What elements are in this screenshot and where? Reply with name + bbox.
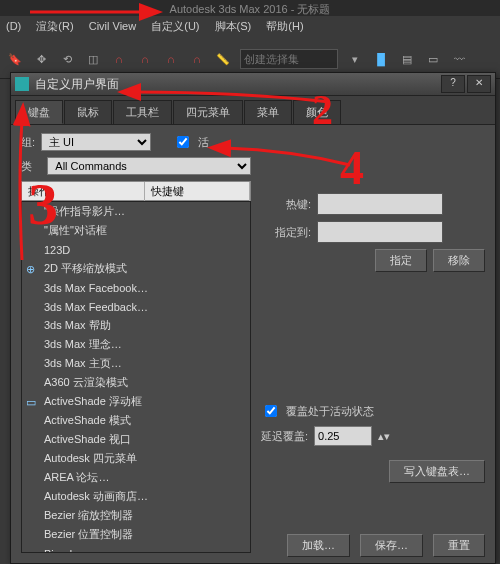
col-shortcut[interactable]: 快捷键: [145, 182, 250, 201]
list-item[interactable]: Autodesk 四元菜单: [22, 449, 250, 468]
menu-customize[interactable]: 自定义(U): [151, 20, 199, 32]
item-label: ActiveShade 浮动框: [44, 394, 142, 409]
selection-set-input[interactable]: [240, 49, 338, 69]
app-icon: [15, 77, 29, 91]
delay-label: 延迟覆盖:: [261, 429, 308, 444]
menu-help[interactable]: 帮助(H): [266, 20, 303, 32]
close-button[interactable]: ✕: [467, 75, 491, 93]
list-item[interactable]: 3ds Max 理念…: [22, 335, 250, 354]
action-list[interactable]: "操作指导影片…"属性"对话框123D⊕2D 平移缩放模式3ds Max Fac…: [21, 201, 251, 553]
menu-d[interactable]: (D): [6, 20, 21, 32]
delay-spinner[interactable]: [314, 426, 372, 446]
item-icon: [26, 548, 40, 554]
override-label: 覆盖处于活动状态: [286, 404, 374, 419]
active-label: 活: [198, 135, 209, 150]
spinner-icon[interactable]: ▴▾: [378, 430, 390, 443]
item-icon: [26, 244, 40, 256]
item-label: Bezier 缩放控制器: [44, 508, 133, 523]
menu-civil[interactable]: Civil View: [89, 20, 136, 32]
list-item[interactable]: "操作指导影片…: [22, 202, 250, 221]
category-select[interactable]: All Commands: [47, 157, 251, 175]
item-icon: [26, 320, 40, 332]
item-label: Autodesk 四元菜单: [44, 451, 137, 466]
bookmark-icon[interactable]: 🔖: [6, 50, 24, 68]
layers-icon[interactable]: ▭: [424, 50, 442, 68]
item-icon: [26, 225, 40, 237]
item-label: Autodesk 动画商店…: [44, 489, 148, 504]
move-icon[interactable]: ✥: [32, 50, 50, 68]
load-button[interactable]: 加载…: [287, 534, 350, 557]
list-item[interactable]: 3ds Max 帮助: [22, 316, 250, 335]
list-item[interactable]: 3ds Max Facebook…: [22, 278, 250, 297]
list-item[interactable]: Biped: [22, 544, 250, 553]
active-checkbox[interactable]: [177, 136, 189, 148]
ruler-icon[interactable]: 📏: [214, 50, 232, 68]
align-icon[interactable]: ▤: [398, 50, 416, 68]
help-button[interactable]: ?: [441, 75, 465, 93]
item-label: A360 云渲染模式: [44, 375, 128, 390]
list-item[interactable]: ▭ActiveShade 浮动框: [22, 392, 250, 411]
write-table-button[interactable]: 写入键盘表…: [389, 460, 485, 483]
tab-menu[interactable]: 菜单: [244, 100, 292, 124]
item-icon: [26, 206, 40, 218]
list-item[interactable]: Autodesk 动画商店…: [22, 487, 250, 506]
list-item[interactable]: 3ds Max Feedback…: [22, 297, 250, 316]
item-icon: [26, 282, 40, 294]
item-icon: [26, 510, 40, 522]
col-action[interactable]: 操作: [22, 182, 145, 201]
item-icon: [26, 377, 40, 389]
item-icon: [26, 472, 40, 484]
group-select[interactable]: 主 UI: [41, 133, 151, 151]
tab-keyboard[interactable]: 键盘: [15, 100, 63, 124]
item-icon: [26, 358, 40, 370]
dialog-title: 自定义用户界面: [35, 76, 439, 93]
customize-ui-dialog: 自定义用户界面 ? ✕ 键盘 鼠标 工具栏 四元菜单 菜单 颜色 组: 主 UI…: [10, 72, 496, 564]
assign-to-input[interactable]: [317, 221, 443, 243]
list-item[interactable]: AREA 论坛…: [22, 468, 250, 487]
snap4-icon[interactable]: ∩: [188, 50, 206, 68]
remove-button[interactable]: 移除: [433, 249, 485, 272]
list-item[interactable]: Bezier 缩放控制器: [22, 506, 250, 525]
main-menu-bar: (D) 渲染(R) Civil View 自定义(U) 脚本(S) 帮助(H): [0, 16, 500, 40]
list-item[interactable]: "属性"对话框: [22, 221, 250, 240]
item-label: ActiveShade 视口: [44, 432, 131, 447]
item-label: 2D 平移缩放模式: [44, 261, 127, 276]
snap3-icon[interactable]: ∩: [162, 50, 180, 68]
menu-render[interactable]: 渲染(R): [36, 20, 73, 32]
item-label: 3ds Max 帮助: [44, 318, 111, 333]
tab-mouse[interactable]: 鼠标: [64, 100, 112, 124]
hotkey-input[interactable]: [317, 193, 443, 215]
list-item[interactable]: Bezier 位置控制器: [22, 525, 250, 544]
override-checkbox[interactable]: [265, 405, 277, 417]
list-item[interactable]: ⊕2D 平移缩放模式: [22, 259, 250, 278]
list-item[interactable]: ActiveShade 模式: [22, 411, 250, 430]
list-item[interactable]: 123D: [22, 240, 250, 259]
app-title: Autodesk 3ds Max 2016 - 无标题: [0, 0, 500, 16]
chevron-down-icon[interactable]: ▾: [346, 50, 364, 68]
reset-button[interactable]: 重置: [433, 534, 485, 557]
save-button[interactable]: 保存…: [360, 534, 423, 557]
tab-toolbar[interactable]: 工具栏: [113, 100, 172, 124]
category-label: 类: [21, 159, 41, 174]
item-label: 3ds Max 主页…: [44, 356, 122, 371]
mirror-icon[interactable]: ▐▌: [372, 50, 390, 68]
item-label: 3ds Max 理念…: [44, 337, 122, 352]
assign-button[interactable]: 指定: [375, 249, 427, 272]
item-icon: [26, 339, 40, 351]
list-item[interactable]: A360 云渲染模式: [22, 373, 250, 392]
item-label: "属性"对话框: [44, 223, 107, 238]
item-label: 123D: [44, 244, 70, 256]
list-item[interactable]: ActiveShade 视口: [22, 430, 250, 449]
tab-color[interactable]: 颜色: [293, 100, 341, 124]
menu-script[interactable]: 脚本(S): [215, 20, 252, 32]
list-item[interactable]: 3ds Max 主页…: [22, 354, 250, 373]
rotate-icon[interactable]: ⟲: [58, 50, 76, 68]
snap2-icon[interactable]: ∩: [136, 50, 154, 68]
item-icon: [26, 301, 40, 313]
scale-icon[interactable]: ◫: [84, 50, 102, 68]
snap1-icon[interactable]: ∩: [110, 50, 128, 68]
item-icon: [26, 529, 40, 541]
tab-quad[interactable]: 四元菜单: [173, 100, 243, 124]
curve-icon[interactable]: 〰: [450, 50, 468, 68]
item-icon: [26, 415, 40, 427]
